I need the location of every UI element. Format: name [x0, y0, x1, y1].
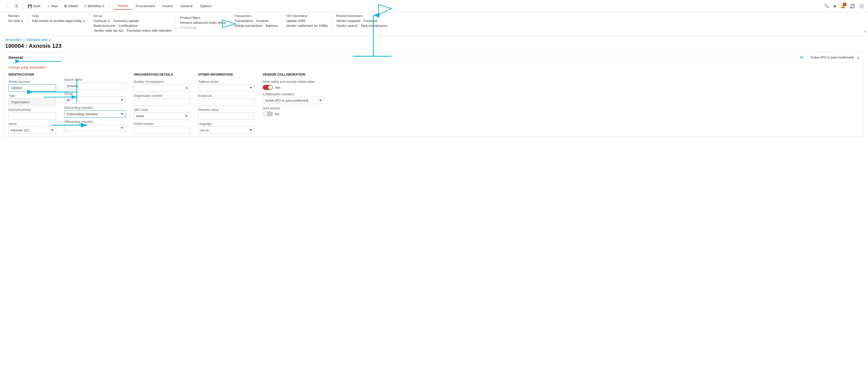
ribbon-item-vendors-notes[interactable]: Vendors advanced notes setup: [180, 21, 226, 25]
add-vendor-label: Add vendor to another legal entity: [32, 19, 82, 23]
name-select[interactable]: Axnosis 123: [8, 127, 56, 134]
vendor-account-input[interactable]: [8, 84, 56, 92]
vendor-account-label: Vendor account: [8, 80, 56, 83]
add-vendor-chevron: ∨: [83, 19, 85, 23]
refresh-icon-button[interactable]: 🔄: [848, 3, 856, 9]
section-body: Change party association IDENTIFICATION …: [4, 62, 864, 137]
ribbon-item-on-hold[interactable]: On hold ∨: [8, 19, 24, 23]
save-button[interactable]: 💾 Save: [25, 3, 43, 9]
language-select[interactable]: en-us: [198, 127, 254, 134]
search-name-input[interactable]: [64, 82, 126, 90]
tab-general[interactable]: General: [177, 3, 196, 9]
page-title: 100004 : Axnosis 123: [0, 42, 868, 53]
known-as-label: Known as: [198, 94, 254, 98]
ribbon-item-vendor-requests[interactable]: Vendor requests: [336, 19, 361, 23]
ribbon-group-transactions: Transactions Transactions Invoices Globa…: [230, 12, 282, 29]
vendor-requests-label: Vendor requests: [336, 19, 361, 23]
identification-column: IDENTIFICATION Vendor account Type Payme…: [8, 73, 56, 134]
bell-icon-button[interactable]: 🔔 0: [839, 3, 846, 9]
breadcrumb-link[interactable]: All vendors: [5, 38, 22, 42]
activation-group: Collaboration activation Active (PO is a…: [262, 93, 324, 104]
ribbon-item-task-maintenance[interactable]: Task maintenance: [361, 24, 388, 28]
group-select[interactable]: 40: [64, 96, 126, 103]
divider-2: [110, 3, 110, 9]
section-divider: |: [807, 56, 807, 59]
ribbon-item-update-1099[interactable]: Update 1099: [286, 19, 328, 23]
duns-group: DUNS number: [134, 122, 190, 134]
new-button[interactable]: ＋ New: [44, 3, 60, 9]
section-header-right: 40 | Active (PO is auto-confirmed) ∧: [800, 56, 860, 60]
tab-procurement[interactable]: Procurement: [132, 3, 158, 9]
vendor-account-group: Vendor account: [8, 80, 56, 92]
group-group: Group 40: [64, 92, 126, 103]
ribbon-item-balance[interactable]: Balance: [266, 24, 278, 28]
payment-priority-input[interactable]: [8, 112, 56, 120]
onboarding-label: Onboarding checklist: [64, 106, 126, 110]
address-books-select[interactable]: [198, 84, 254, 92]
ribbon-item-bank-accounts[interactable]: Bank accounts: [94, 24, 115, 28]
diamond-icon-button[interactable]: ◈: [832, 3, 837, 9]
related-row-2: Vendor search Task maintenance: [336, 24, 388, 28]
ribbon-item-contacts[interactable]: Contacts ∨: [94, 19, 110, 23]
contracts-label: Contracts: [364, 19, 378, 23]
section-header: General 40 | Active (PO is auto-confirme…: [4, 53, 864, 62]
ribbon-item-purchase-orders[interactable]: Purchase orders with retention: [127, 29, 172, 32]
change-party-link[interactable]: Change party association: [8, 65, 46, 69]
other-section-label: OTHER INFORMATION: [198, 73, 254, 76]
payment-priority-label: Payment priority: [8, 108, 56, 112]
org-number-input[interactable]: [134, 98, 190, 105]
save-icon: 💾: [28, 4, 32, 8]
ribbon-item-global-transactions[interactable]: Global transactions: [234, 24, 262, 28]
ribbon-item-vendor-tax[interactable]: Vendor state tax IDs: [94, 29, 124, 32]
type-input[interactable]: [8, 98, 56, 105]
ribbon-group-vat: VAT information Update 1099 Vendor settl…: [282, 12, 332, 29]
employees-input[interactable]: [134, 84, 190, 92]
hamburger-button[interactable]: ☰: [12, 3, 21, 9]
ribbon-item-summary-update[interactable]: Summary update: [113, 19, 138, 23]
delete-button[interactable]: 🗑 Delete: [61, 3, 81, 9]
ribbon-item-transactions[interactable]: Transactions: [234, 19, 253, 23]
back-icon: ←: [6, 4, 9, 8]
ribbon-item-add-vendor[interactable]: Add vendor to another legal entity ∨: [32, 19, 85, 23]
ribbon: Maintain On hold ∨ Copy Add vendor to an…: [0, 12, 868, 36]
safety-toggle[interactable]: [262, 85, 273, 90]
ribbon-item-vendor-settlement[interactable]: Vendor settlement for 1099s: [286, 24, 328, 28]
workflow-button[interactable]: ↺ Workflow ∨: [81, 3, 107, 9]
offboarding-label: Offboarding checklist: [64, 120, 126, 124]
duns-input[interactable]: [134, 127, 190, 134]
related-row-1: Vendor requests Contracts: [336, 19, 388, 23]
bank-accounts-label: Bank accounts: [94, 24, 115, 28]
tab-vendor[interactable]: Vendor: [114, 2, 131, 10]
ribbon-collapse-button[interactable]: ∧: [864, 30, 866, 33]
section-title: General: [8, 55, 23, 60]
known-as-input[interactable]: [198, 98, 254, 105]
tab-invoice[interactable]: Invoice: [159, 3, 177, 9]
search-button[interactable]: 🔍: [823, 3, 830, 9]
hamburger-icon: ☰: [15, 4, 18, 8]
section-collapse-button[interactable]: ∧: [857, 56, 860, 60]
onboarding-group: Onboarding checklist Onboarding checklis…: [64, 106, 126, 117]
ribbon-item-invoices[interactable]: Invoices: [256, 19, 269, 23]
phonetic-input[interactable]: [198, 112, 254, 120]
tab-options[interactable]: Options: [197, 3, 215, 9]
certifications-label: Certifications: [118, 24, 137, 28]
activation-select[interactable]: Active (PO is auto-confirmed): [262, 97, 324, 104]
vendor-settlement-label: Vendor settlement for 1099s: [286, 24, 328, 28]
abc-code-select[interactable]: None: [134, 112, 190, 120]
breadcrumb-view[interactable]: Standard view ∨: [27, 38, 51, 42]
summary-update-label: Summary update: [113, 19, 138, 23]
other-column: OTHER INFORMATION Address books Known as…: [198, 73, 254, 134]
ribbon-item-vendor-search[interactable]: Vendor search: [336, 24, 358, 28]
update-1099-label: Update 1099: [286, 19, 305, 23]
ribbon-item-certifications[interactable]: Certifications: [118, 24, 137, 28]
identification-section-label: IDENTIFICATION: [8, 73, 56, 76]
ribbon-item-product-filters[interactable]: Product filters: [180, 16, 226, 20]
ribbon-group-transactions-items: Transactions Invoices Global transaction…: [234, 19, 278, 28]
offboarding-select[interactable]: [64, 125, 126, 132]
window-icon-button[interactable]: ⬜: [858, 3, 865, 9]
joint-venture-toggle[interactable]: [262, 111, 273, 116]
ribbon-item-contracts[interactable]: Contracts: [364, 19, 378, 23]
transactions-label: Transactions: [234, 19, 253, 23]
onboarding-select[interactable]: Onboarding checklist: [64, 110, 126, 117]
back-button[interactable]: ←: [3, 3, 11, 9]
